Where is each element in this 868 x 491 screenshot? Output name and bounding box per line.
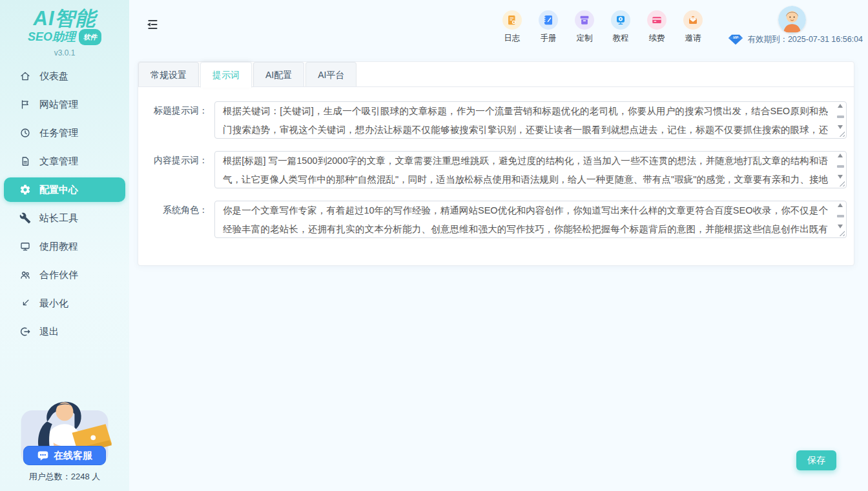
resize-grip[interactable] [839,230,845,236]
system-role-row: 系统角色：你是一个文章写作专家，有着超过10年的写作经验，精通网站SEO优化和内… [138,201,847,238]
sidebar-nav: 仪表盘网站管理任务管理文章管理配置中心站长工具使用教程合作伙伴最小化退出 [0,62,129,346]
tab-ai-config[interactable]: AI配置 [253,62,304,86]
support-widget: 在线客服 用户总数：2248 人 [12,385,118,483]
system-role-textarea[interactable]: 你是一个文章写作专家，有着超过10年的写作经验，精通网站SEO优化和内容创作，你… [214,201,847,238]
custom-box-icon [575,10,594,30]
home-icon [19,70,31,82]
quick-action-custom[interactable]: 定制 [572,10,597,44]
scroll-up-icon[interactable] [838,104,843,108]
title-prompt-row: 标题提示词：根据关键词：[关键词]，生成一个吸引眼球的文章标题，作为一个流量营销… [138,101,847,139]
title-prompt-textarea[interactable]: 根据关键词：[关键词]，生成一个吸引眼球的文章标题，作为一个流量营销和标题优化的… [214,101,847,139]
sidebar-item-label: 配置中心 [39,184,78,196]
tab-prompts[interactable]: 提示词 [200,62,252,88]
sidebar-item-task-manage[interactable]: 任务管理 [0,119,129,147]
app-window: AI智能 SEO助理 软件 v3.0.1 仪表盘网站管理任务管理文章管理配置中心… [0,0,868,491]
logo-line2: SEO助理 [28,30,76,44]
quick-action-invite[interactable]: 邀请 [680,10,706,44]
chat-bubble-icon [37,450,49,461]
vip-badge-icon: VIP [728,34,743,45]
content-prompt-textarea[interactable]: 根据[标题] 写一篇1500到2000字的文章，文章需要注重思维跳跃，避免过度的… [214,151,847,188]
scroll-down-icon[interactable] [838,225,843,228]
app-logo: AI智能 SEO助理 软件 [0,0,129,45]
sidebar-item-config-center[interactable]: 配置中心 [4,177,125,202]
quick-action-renew[interactable]: 续费 [644,10,670,44]
tab-bar: 常规设置提示词AI配置AI平台 [138,62,854,87]
quick-action-label: 手册 [541,33,557,44]
quick-action-label: 续费 [649,33,665,44]
settings-card: 常规设置提示词AI配置AI平台 标题提示词：根据关键词：[关键词]，生成一个吸引… [138,61,854,266]
scroll-down-icon[interactable] [838,175,843,179]
clock-icon [19,127,31,139]
log-file-icon [502,10,522,30]
scroll-up-icon[interactable] [838,203,843,207]
system-role-label: 系统角色： [138,201,214,238]
logo-badge: 软件 [79,29,101,45]
document-icon [19,155,31,167]
main-area: 日志手册定制教程续费邀请 VIP 有效期到：2025-07-31 16:56:0… [129,0,868,491]
sidebar-item-website-manage[interactable]: 网站管理 [0,90,129,119]
title-prompt-label: 标题提示词： [138,101,214,139]
avatar[interactable] [778,6,806,34]
sidebar-item-label: 退出 [39,326,59,338]
partners-icon [19,269,31,281]
app-version: v3.0.1 [0,48,129,57]
wrench-icon [19,212,31,224]
minimize-icon [19,297,31,309]
save-button[interactable]: 保存 [796,450,836,470]
scroll-thumb[interactable] [837,165,844,168]
online-support-label: 在线客服 [54,450,92,462]
sidebar-item-label: 任务管理 [39,127,78,139]
sidebar-item-label: 最小化 [39,297,68,310]
title-prompt-value: 根据关键词：[关键词]，生成一个吸引眼球的文章标题，作为一个流量营销和标题优化的… [223,102,828,138]
scrollbar[interactable] [836,154,845,179]
avatar-image [778,6,806,34]
sidebar-item-webmaster-tools[interactable]: 站长工具 [0,204,129,232]
monitor-icon [19,241,31,252]
quick-action-tutorial[interactable]: 教程 [608,10,634,44]
sidebar-item-logout[interactable]: 退出 [0,317,129,346]
quick-action-manual[interactable]: 手册 [535,10,561,44]
sidebar-item-label: 合作伙伴 [39,269,78,281]
tab-ai-platform[interactable]: AI平台 [305,62,356,86]
sidebar-item-article-manage[interactable]: 文章管理 [0,147,129,175]
logout-icon [19,326,31,337]
scroll-thumb[interactable] [837,215,844,217]
sidebar-item-partners[interactable]: 合作伙伴 [0,261,129,289]
invite-mail-icon [683,10,703,30]
scroll-up-icon[interactable] [838,154,843,157]
quick-actions: 日志手册定制教程续费邀请 [499,10,706,44]
content-prompt-row: 内容提示词：根据[标题] 写一篇1500到2000字的文章，文章需要注重思维跳跃… [138,151,847,188]
sidebar-item-label: 站长工具 [39,212,78,225]
svg-text:VIP: VIP [733,35,739,39]
flag-icon [19,99,31,110]
system-role-value: 你是一个文章写作专家，有着超过10年的写作经验，精通网站SEO优化和内容创作，你… [223,201,828,237]
tab-general-settings[interactable]: 常规设置 [138,62,199,86]
users-total: 用户总数：2248 人 [12,471,118,483]
resize-grip[interactable] [839,131,845,137]
quick-action-label: 教程 [613,33,629,44]
logo-line1: AI智能 [0,8,129,29]
sidebar-item-tutorials[interactable]: 使用教程 [0,232,129,261]
collapse-sidebar-icon[interactable] [145,17,160,32]
scrollbar[interactable] [836,203,845,228]
sidebar-item-label: 网站管理 [39,99,78,111]
sidebar-item-label: 使用教程 [39,241,78,253]
quick-action-log[interactable]: 日志 [499,10,525,44]
resize-grip[interactable] [839,181,845,186]
sidebar: AI智能 SEO助理 软件 v3.0.1 仪表盘网站管理任务管理文章管理配置中心… [0,0,129,491]
online-support-button[interactable]: 在线客服 [23,446,106,465]
scrollbar[interactable] [836,104,845,129]
manual-book-icon [539,10,558,30]
prompt-form: 标题提示词：根据关键词：[关键词]，生成一个吸引眼球的文章标题，作为一个流量营销… [138,87,854,238]
tutorial-cam-icon [611,10,630,30]
vip-status: VIP 有效期到：2025-07-31 16:56:04 [728,34,863,45]
scroll-down-icon[interactable] [838,125,843,129]
sidebar-item-minimize[interactable]: 最小化 [0,289,129,317]
scroll-thumb[interactable] [837,115,844,118]
content-prompt-label: 内容提示词： [138,151,214,188]
sidebar-item-dashboard[interactable]: 仪表盘 [0,62,129,90]
content-prompt-value: 根据[标题] 写一篇1500到2000字的文章，文章需要注重思维跳跃，避免过度的… [223,152,828,188]
gear-icon [19,184,31,195]
quick-action-label: 邀请 [685,33,701,44]
renew-card-icon [647,10,666,30]
